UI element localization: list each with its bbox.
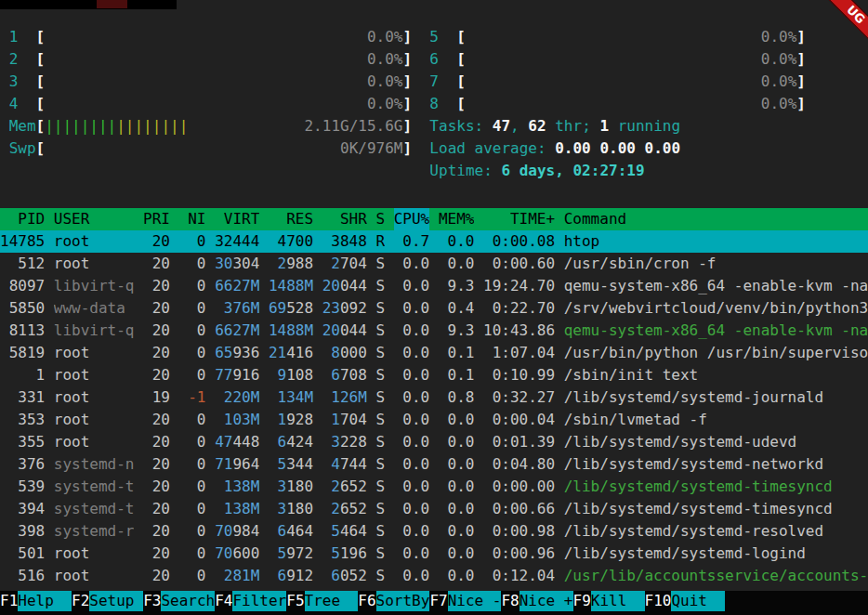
cpu-meter-8: 8[0.0%] [429,93,806,115]
cell-res: 1928 [269,409,313,431]
process-row[interactable]: 376 systemd-n 20 0 71964 5344 4744 S 0.0… [0,453,868,476]
column-header-state[interactable]: S [375,208,385,230]
fkey-label: Help [18,591,72,611]
cell-pri: 20 [143,543,170,565]
cell-shr: 6708 [322,364,367,386]
function-key[interactable]: F8Nice + [501,591,572,611]
cpu-label: 8 [429,93,456,115]
cell-time: 0:04.80 [483,453,555,476]
column-header-user[interactable]: USER [54,208,135,230]
process-row[interactable]: 501 root 20 0 70600 5972 5196 S 0.0 0.0 … [0,543,868,565]
function-key[interactable]: F9Kill [573,591,645,611]
cell-user: root [54,565,135,587]
cell-state: S [375,409,385,431]
process-row[interactable]: 5850 www-data 20 0 376M 69528 23092 S 0.… [0,297,868,320]
process-row[interactable]: 14785 root 20 0 32444 4700 3848 R 0.7 0.… [0,230,868,253]
process-row[interactable]: 8113 libvirt-q 20 0 6627M 1488M 20044 S … [0,320,868,342]
column-header-time[interactable]: TIME+ [483,208,555,230]
cpu-percent: 0.0% [761,26,797,48]
cell-pid: 8097 [0,275,45,297]
column-header-ni[interactable]: NI [179,208,206,230]
column-header-pid[interactable]: PID [0,208,45,230]
process-row[interactable]: 331 root 19 -1 220M 134M 126M S 0.0 0.8 … [0,386,868,409]
cell-res: 1488M [269,320,313,342]
cell-shr: 3848 [322,230,367,253]
cell-time: 1:07.04 [483,342,555,364]
column-header-command[interactable]: Command [564,208,868,230]
running-label: running [609,115,680,137]
cpu-label: 7 [429,71,456,93]
cell-time: 0:12.04 [483,565,555,587]
cell-virt: 30304 [215,253,259,275]
cell-command: /sbin/init text [564,364,868,386]
fkey-number: F7 [429,591,447,611]
function-key[interactable]: F3Search [143,591,215,611]
function-key[interactable]: F7Nice - [429,591,501,611]
cell-ni: 0 [179,297,206,320]
process-row[interactable]: 5819 root 20 0 65936 21416 8000 S 0.0 0.… [0,342,868,364]
function-key[interactable]: F2Setup [72,591,143,611]
function-key[interactable]: F4Filter [215,591,286,611]
cell-pid: 5850 [0,297,45,320]
process-row[interactable]: 516 root 20 0 281M 6912 6052 S 0.0 0.0 0… [0,565,868,587]
cell-command: /usr/bin/python /usr/bin/superviso [564,342,868,364]
cell-virt: 70600 [215,543,259,565]
cell-user: root [54,386,135,409]
cell-command: /usr/lib/accountsservice/accounts- [564,565,868,587]
load-average-values: 0.00 0.00 0.00 [555,137,680,160]
function-key[interactable]: F6SortBy [358,591,429,611]
cell-ni: 0 [179,520,206,543]
column-header-pri[interactable]: PRI [143,208,170,230]
cell-mem: 0.0 [439,498,475,520]
process-row[interactable]: 1 root 20 0 77916 9108 6708 S 0.0 0.1 0:… [0,364,868,386]
column-header-mem[interactable]: MEM% [439,208,475,230]
process-row[interactable]: 539 systemd-t 20 0 138M 3180 2652 S 0.0 … [0,476,868,498]
memory-meter-label: Mem [9,115,36,137]
cell-cpu: 0.7 [394,230,430,253]
cell-cpu: 0.0 [394,476,430,498]
cell-ni: 0 [179,453,206,476]
cell-state: S [375,297,385,320]
cell-shr: 23092 [322,297,367,320]
cell-res: 9108 [269,364,313,386]
cell-cpu: 0.0 [394,453,430,476]
swap-load-row: Swp[0K/976M] Load average: 0.00 0.00 0.0… [0,137,868,160]
tasks-summary: Tasks: 47, 62 thr; 1 running [429,115,868,137]
process-row[interactable]: 355 root 20 0 47448 6424 3228 S 0.0 0.0 … [0,431,868,453]
mem-cache-bars: |||||||| [116,115,188,137]
meter-bracket-close: ] [796,71,806,93]
cell-pid: 398 [0,520,45,543]
column-header-virt[interactable]: VIRT [215,208,259,230]
cell-pri: 20 [143,364,170,386]
column-header-shr[interactable]: SHR [322,208,367,230]
cell-pid: 516 [0,565,45,587]
function-key[interactable]: F10Quit [645,591,726,611]
function-key[interactable]: F5Tree [286,591,358,611]
column-header-cpu[interactable]: CPU% [394,208,430,230]
process-row[interactable]: 512 root 20 0 30304 2988 2704 S 0.0 0.0 … [0,253,868,275]
cell-cpu: 0.0 [394,275,430,297]
process-row[interactable]: 394 systemd-t 20 0 138M 3180 2652 S 0.0 … [0,498,868,520]
cell-shr: 4744 [322,453,367,476]
cell-mem: 0.1 [439,364,475,386]
process-row[interactable]: 398 systemd-r 20 0 70984 6464 5464 S 0.0… [0,520,868,543]
process-row[interactable]: 8097 libvirt-q 20 0 6627M 1488M 20044 S … [0,275,868,297]
function-key[interactable]: F1Help [0,591,72,611]
cell-mem: 0.0 [439,431,475,453]
cell-res: 6912 [269,565,313,587]
cell-time: 0:00.96 [483,543,555,565]
meter-bracket-close: ] [402,93,412,115]
cell-res: 1488M [269,275,313,297]
meter-bracket-close: ] [402,115,412,137]
column-header-res[interactable]: RES [269,208,313,230]
process-row[interactable]: 353 root 20 0 103M 1928 1704 S 0.0 0.0 0… [0,409,868,431]
cell-user: root [54,543,135,565]
cpu-meter-3: 3[0.0%] [9,71,412,93]
cell-shr: 2704 [322,253,367,275]
cpu-label: 3 [9,71,36,93]
cpu-meter-4: 4[0.0%] [9,93,412,115]
fkey-label: SortBy [376,591,430,611]
cell-state: S [375,498,385,520]
fkey-label: Quit [671,591,725,611]
tasks-label: Tasks: [429,115,492,137]
